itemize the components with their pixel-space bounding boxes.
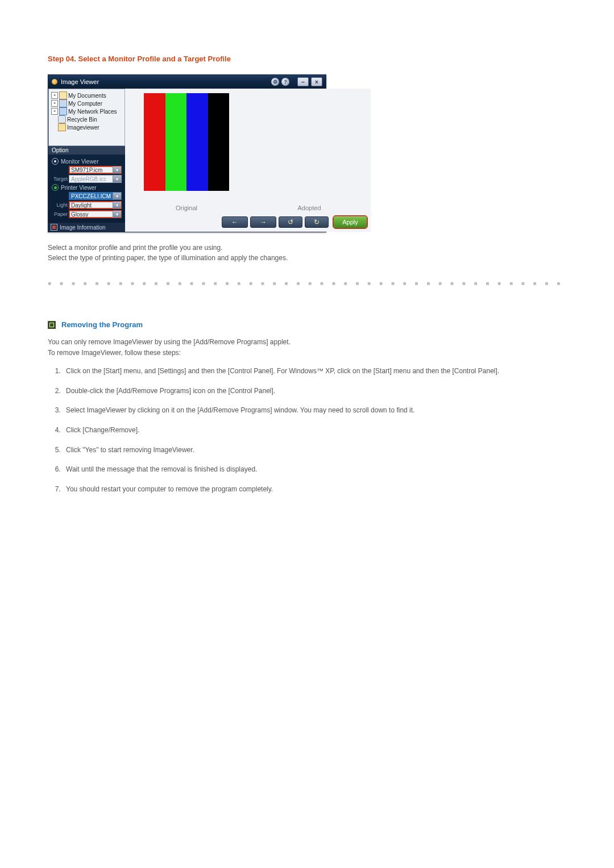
paper-select[interactable]: Glossy ▾ <box>69 210 122 218</box>
select-value: Glossy <box>69 211 113 218</box>
tree-label: Imageviewer <box>67 124 99 131</box>
select-value: SM971P.icm <box>69 166 113 173</box>
bar-blue <box>186 93 208 191</box>
app-icon <box>52 79 57 85</box>
folder-tree[interactable]: + My Documents + My Computer + My Networ… <box>48 89 125 146</box>
select-value: Daylight <box>69 202 113 208</box>
original-preview <box>125 89 248 202</box>
select-value: AppleRGB.icc <box>69 176 113 182</box>
light-label: Light <box>52 202 68 208</box>
caption-adopted: Adopted <box>248 202 371 214</box>
intro-paragraph: You can only remove ImageViewer by using… <box>48 337 566 358</box>
minimize-button[interactable]: – <box>297 77 309 86</box>
sidebar: + My Documents + My Computer + My Networ… <box>48 89 125 232</box>
color-bars-image <box>144 93 229 191</box>
tree-label: Recycle Bin <box>67 116 97 123</box>
preview-row <box>125 89 371 202</box>
radio-icon <box>52 158 59 165</box>
section-title: Removing the Program <box>61 320 143 329</box>
recycle-icon <box>58 115 66 123</box>
tree-item-documents[interactable]: + My Documents <box>50 91 123 99</box>
page-root: Step 04. Select a Monitor Profile and a … <box>0 0 614 868</box>
chevron-down-icon[interactable]: ▾ <box>113 176 121 182</box>
body-line-1: Select a monitor profile and print the p… <box>48 243 566 253</box>
chevron-down-icon[interactable]: ▾ <box>113 211 121 218</box>
caption-original: Original <box>125 202 248 214</box>
folder-icon <box>58 123 66 131</box>
radio-label: Printer Viewer <box>61 185 97 191</box>
app-window: Image Viewer ⚙ ? – × + My Documents + <box>48 74 326 232</box>
bar-red <box>144 93 165 191</box>
step-item: Double-click the [Add/Remove Programs] i… <box>63 386 566 397</box>
monitor-viewer-radio[interactable]: Monitor Viewer <box>52 158 122 165</box>
section-icon <box>48 321 56 329</box>
settings-button[interactable]: ⚙ <box>271 78 279 86</box>
info-icon <box>51 224 57 231</box>
radio-icon <box>52 184 59 191</box>
close-button[interactable]: × <box>311 77 322 86</box>
bar-green <box>165 93 187 191</box>
body-text: Select a monitor profile and print the p… <box>48 243 566 263</box>
network-icon <box>59 107 67 115</box>
step-item: Wait until the message that the removal … <box>63 464 566 475</box>
monitor-profile-select[interactable]: SM971P.icm ▾ <box>69 166 122 174</box>
adopted-preview <box>248 89 371 202</box>
select-value: PXCCZELI.ICM <box>69 193 113 199</box>
back-button[interactable]: ← <box>222 216 248 228</box>
folder-icon <box>59 91 67 99</box>
expand-icon[interactable]: + <box>51 100 58 107</box>
image-information-row[interactable]: Image Information <box>48 223 125 232</box>
expand-icon[interactable]: + <box>51 92 58 99</box>
target-profile-select[interactable]: AppleRGB.icc ▾ <box>69 175 122 183</box>
option-header: Option <box>48 146 125 155</box>
step-item: Select ImageViewer by clicking on it on … <box>63 405 566 416</box>
step-item: Click on the [Start] menu, and [Settings… <box>63 366 566 377</box>
step-item: You should restart your computer to remo… <box>63 484 566 495</box>
toolbar: ← → ↺ ↻ Apply <box>125 214 371 232</box>
tree-label: My Network Places <box>68 108 117 115</box>
tree-item-imageviewer[interactable]: Imageviewer <box>50 123 123 131</box>
info-label: Image Information <box>60 224 106 231</box>
dotted-divider: ■ ■ ■ ■ ■ ■ ■ ■ ■ ■ ■ ■ ■ ■ ■ ■ ■ ■ ■ ■ … <box>48 280 566 286</box>
tree-label: My Computer <box>68 101 102 107</box>
tree-item-network[interactable]: + My Network Places <box>50 107 123 115</box>
tree-item-recycle[interactable]: Recycle Bin <box>50 115 123 123</box>
radio-label: Monitor Viewer <box>61 158 99 165</box>
paper-label: Paper <box>52 211 68 217</box>
target-label: Target <box>52 176 68 182</box>
chevron-down-icon[interactable]: ▾ <box>113 166 121 173</box>
tree-label: My Documents <box>68 93 106 99</box>
expand-icon[interactable]: + <box>51 108 58 115</box>
tree-item-computer[interactable]: + My Computer <box>50 99 123 107</box>
option-panel: Monitor Viewer SM971P.icm ▾ Target Apple… <box>48 155 125 223</box>
para-line-2: To remove ImageViewer, follow these step… <box>48 349 181 357</box>
light-select[interactable]: Daylight ▾ <box>69 201 122 209</box>
bar-black <box>208 93 230 191</box>
help-button[interactable]: ? <box>281 78 289 86</box>
step-heading: Step 04. Select a Monitor Profile and a … <box>48 55 566 63</box>
computer-icon <box>59 99 67 107</box>
rotate-cw-button[interactable]: ↻ <box>305 216 329 228</box>
chevron-down-icon[interactable]: ▾ <box>113 193 121 199</box>
step-item: Click [Change/Remove]. <box>63 425 566 436</box>
window-title: Image Viewer <box>61 78 99 85</box>
para-line-1: You can only remove ImageViewer by using… <box>48 338 291 346</box>
rotate-ccw-button[interactable]: ↺ <box>279 216 302 228</box>
printer-profile-select[interactable]: PXCCZELI.ICM ▾ <box>69 192 122 200</box>
body-line-2: Select the type of printing paper, the t… <box>48 253 566 263</box>
steps-list: Click on the [Start] menu, and [Settings… <box>63 366 566 494</box>
printer-viewer-radio[interactable]: Printer Viewer <box>52 184 122 191</box>
titlebar: Image Viewer ⚙ ? – × <box>48 75 326 89</box>
forward-button[interactable]: → <box>250 216 276 228</box>
step-item: Click "Yes" to start removing ImageViewe… <box>63 445 566 456</box>
main-area: Original Adopted ← → ↺ ↻ Apply <box>125 89 371 232</box>
apply-button[interactable]: Apply <box>333 216 367 228</box>
chevron-down-icon[interactable]: ▾ <box>113 202 121 208</box>
